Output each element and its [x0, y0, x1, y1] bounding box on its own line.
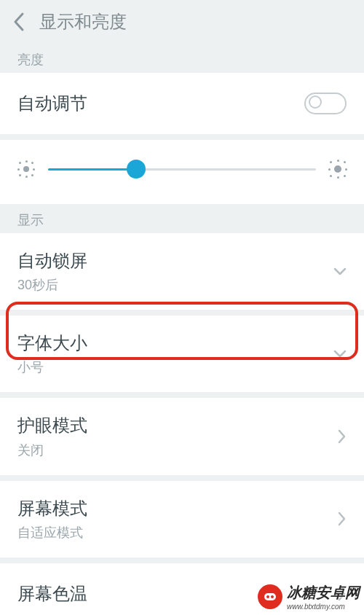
- brightness-slider-thumb[interactable]: [127, 160, 146, 179]
- chevron-right-icon: [338, 429, 347, 444]
- auto-brightness-label: 自动调节: [17, 92, 347, 114]
- section-display-label: 显示: [0, 204, 364, 233]
- auto-lock-row[interactable]: 自动锁屏 30秒后: [0, 233, 364, 310]
- auto-brightness-row[interactable]: 自动调节: [0, 73, 364, 134]
- chevron-down-icon: [333, 267, 347, 276]
- back-icon[interactable]: [7, 10, 31, 34]
- font-size-row[interactable]: 字体大小 小号: [0, 316, 364, 392]
- watermark-logo-icon: [258, 584, 282, 609]
- eye-comfort-row[interactable]: 护眼模式 关闭: [0, 398, 364, 474]
- chevron-down-icon: [333, 350, 347, 359]
- brightness-slider[interactable]: [48, 168, 316, 171]
- chevron-right-icon: [338, 512, 347, 526]
- section-brightness-label: 亮度: [0, 44, 364, 73]
- watermark: 冰糖安卓网 www.btxtdmy.com: [258, 583, 360, 611]
- font-size-value: 小号: [17, 359, 347, 376]
- screen-mode-value: 自适应模式: [17, 524, 347, 541]
- auto-lock-value: 30秒后: [17, 276, 347, 294]
- watermark-url: www.btxtdmy.com: [287, 603, 360, 611]
- svg-point-2: [271, 595, 274, 598]
- eye-comfort-title: 护眼模式: [17, 414, 347, 436]
- auto-brightness-toggle[interactable]: [304, 93, 347, 114]
- brightness-slider-row: [0, 140, 364, 204]
- screen-mode-row[interactable]: 屏幕模式 自适应模式: [0, 481, 364, 557]
- brightness-low-icon: [19, 162, 33, 176]
- page-title: 显示和亮度: [39, 10, 127, 34]
- svg-point-1: [266, 595, 269, 598]
- header-bar: 显示和亮度: [0, 0, 364, 44]
- svg-rect-0: [264, 593, 276, 600]
- eye-comfort-value: 关闭: [17, 442, 347, 459]
- watermark-text: 冰糖安卓网: [287, 583, 360, 603]
- font-size-title: 字体大小: [17, 332, 347, 354]
- auto-lock-title: 自动锁屏: [17, 249, 347, 272]
- brightness-high-icon: [331, 162, 345, 176]
- screen-mode-title: 屏幕模式: [17, 497, 347, 520]
